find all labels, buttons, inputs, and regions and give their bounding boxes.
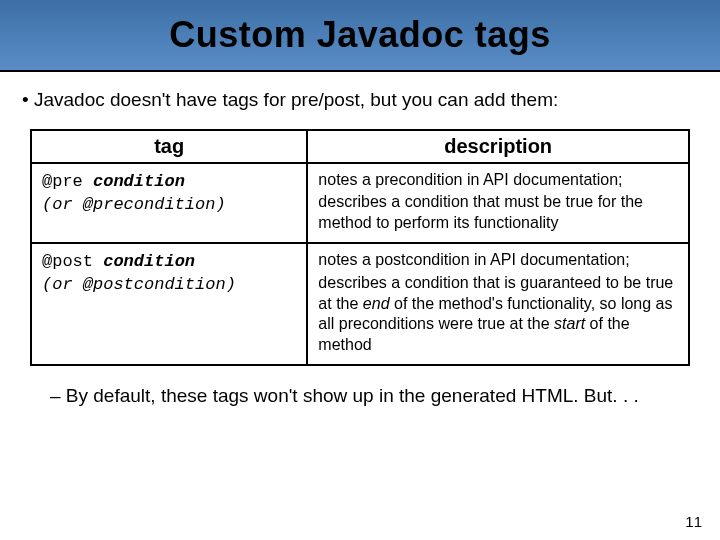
title-bar: Custom Javadoc tags [0,0,720,72]
tags-table: tag description @pre condition (or @prec… [30,129,690,366]
tag-prefix: @post [42,252,103,271]
desc-line: describes a condition that is guaranteed… [318,273,678,356]
desc-line: notes a precondition in API documentatio… [318,170,678,191]
tag-arg: condition [93,172,185,191]
header-description: description [307,130,689,163]
tag-prefix: @pre [42,172,93,191]
sub-bullet: – By default, these tags won't show up i… [50,384,698,409]
header-tag: tag [31,130,307,163]
desc-line: notes a postcondition in API documentati… [318,250,678,271]
tag-cell-post: @post condition (or @postcondition) [31,243,307,365]
tag-alt: (or @postcondition) [42,274,296,297]
desc-line: describes a condition that must be true … [318,192,678,234]
table-row: @post condition (or @postcondition) note… [31,243,689,365]
slide-title: Custom Javadoc tags [169,14,551,56]
slide-body: • Javadoc doesn't have tags for pre/post… [0,72,720,409]
desc-cell-pre: notes a precondition in API documentatio… [307,163,689,243]
page-number: 11 [685,513,702,530]
main-bullet: • Javadoc doesn't have tags for pre/post… [22,88,698,113]
desc-cell-post: notes a postcondition in API documentati… [307,243,689,365]
tag-alt: (or @precondition) [42,194,296,217]
tag-cell-pre: @pre condition (or @precondition) [31,163,307,243]
table-row: @pre condition (or @precondition) notes … [31,163,689,243]
tag-arg: condition [103,252,195,271]
